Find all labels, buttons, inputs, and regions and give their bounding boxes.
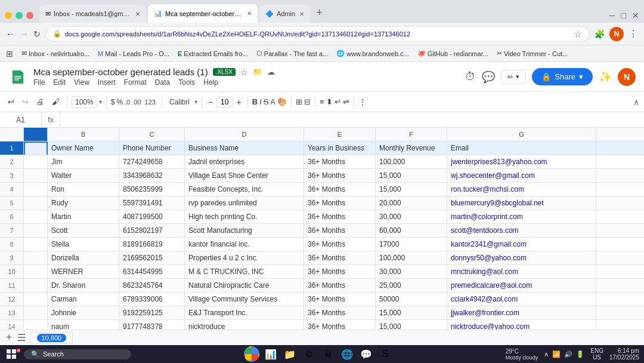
cell-b[interactable]: Scott xyxy=(48,224,119,237)
table-row[interactable]: 5 Rudy 5597391491 rvp paredes unlimited … xyxy=(0,196,644,210)
taskbar-files[interactable]: 📁 xyxy=(282,346,298,362)
header-f[interactable]: Monthly Revenue xyxy=(376,141,447,155)
cell-d[interactable]: High tech printing Co. xyxy=(185,210,304,223)
merge-btn[interactable]: ⊟ xyxy=(304,97,311,106)
table-row[interactable]: 2 Jim 7274249658 Jadnil enterprises 36+ … xyxy=(0,155,644,169)
bookmark-apps[interactable]: ⊞ xyxy=(6,49,13,59)
header-e[interactable]: Years in Business xyxy=(304,141,376,155)
valign-btn[interactable]: ⬍ xyxy=(326,97,333,106)
col-header-f[interactable]: F xyxy=(376,128,447,141)
menu-help[interactable]: Help xyxy=(203,78,218,87)
bookmark-gmail[interactable]: ✉ Inbox - neilvirtualro... xyxy=(21,50,89,57)
menu-file[interactable]: File xyxy=(33,78,45,87)
new-tab-btn[interactable]: + xyxy=(311,7,327,23)
taskbar-sheets-app[interactable]: 📊 xyxy=(263,346,278,362)
cell-d[interactable]: Feasible Concepts, Inc. xyxy=(185,183,304,196)
table-row[interactable]: 6 Martin 4087199500 High tech printing C… xyxy=(0,210,644,224)
cell-c[interactable]: 6314454995 xyxy=(119,265,185,278)
strikethrough-btn[interactable]: S xyxy=(264,97,269,106)
cell-f[interactable]: 50000 xyxy=(376,293,447,306)
bookmark-video[interactable]: ✂ Video Trimmer - Cut... xyxy=(497,50,568,57)
magic-icon[interactable]: ✨ xyxy=(599,70,612,84)
bookmark-extracted[interactable]: E Extracted Emails fro... xyxy=(178,50,248,57)
cell-b[interactable]: Carman xyxy=(48,293,119,306)
cell-g[interactable]: jjwalker@frontier.com xyxy=(447,306,596,319)
minimize-btn[interactable] xyxy=(5,12,12,19)
cell-b[interactable]: Donzella xyxy=(48,251,119,264)
cell-b[interactable]: WERNER xyxy=(48,265,119,278)
admin-tab-close[interactable]: ✕ xyxy=(299,11,304,17)
undo-btn[interactable]: ↩ xyxy=(5,96,17,108)
cell-d[interactable]: Jadnil enterprises xyxy=(185,155,304,168)
table-row[interactable]: 4 Ron 8506235999 Feasible Concepts, Inc.… xyxy=(0,183,644,196)
cell-e[interactable]: 36+ Months xyxy=(304,196,376,210)
cell-c[interactable]: 5597391491 xyxy=(119,196,185,210)
header-b[interactable]: Owner Name xyxy=(48,141,119,155)
cell-b[interactable]: Dr. Sharon xyxy=(48,279,119,292)
menu-data[interactable]: Data xyxy=(155,78,170,87)
share-button[interactable]: 🔒 Share ▾ xyxy=(532,68,593,85)
row-1-num[interactable]: 1 xyxy=(0,141,24,155)
cell-a[interactable] xyxy=(24,306,48,319)
cell-e[interactable]: 36+ Months xyxy=(304,251,376,264)
refresh-btn[interactable]: ↻ xyxy=(33,29,41,39)
table-row[interactable]: 7 Scott 6152802197 Scott Manufacturing 3… xyxy=(0,224,644,238)
cell-c[interactable]: 9192259125 xyxy=(119,306,185,319)
text-color-btn[interactable]: A xyxy=(270,97,275,106)
maximize-window-btn[interactable]: □ xyxy=(621,11,626,20)
cell-d[interactable]: rvp paredes unlimited xyxy=(185,196,304,210)
maximize-btn[interactable] xyxy=(16,12,23,19)
cell-g[interactable]: mnctruking@aol.com xyxy=(447,265,596,278)
cell-f[interactable]: 100,000 xyxy=(376,251,447,264)
comment-icon[interactable]: 💬 xyxy=(482,70,495,84)
table-row[interactable]: 9 Donzella 2169562015 Properties 4 u 2 c… xyxy=(0,251,644,265)
borders-btn[interactable]: ⊞ xyxy=(296,97,302,106)
cell-f[interactable]: 15,000 xyxy=(376,183,447,196)
minimize-window-btn[interactable]: ─ xyxy=(609,11,615,20)
gmail-tab-close[interactable]: ✕ xyxy=(135,11,140,17)
cell-c[interactable]: 2169562015 xyxy=(119,251,185,264)
col-header-b[interactable]: B xyxy=(48,128,119,141)
mode-selector[interactable]: ✏ ▾ xyxy=(501,70,526,84)
bookmark-mail[interactable]: M Mail - Leads Pro - O... xyxy=(98,50,169,57)
address-bar[interactable]: 🔒 docs.google.com/spreadsheets/d/1arR6bN… xyxy=(45,26,590,42)
table-row[interactable]: 8 Stella 8189166819 kantor financial inc… xyxy=(0,238,644,251)
menu-view[interactable]: View xyxy=(74,78,89,87)
cell-f[interactable]: 100,000 xyxy=(376,155,447,168)
sheets-tab-close[interactable]: ✕ xyxy=(247,10,252,17)
cell-a[interactable] xyxy=(24,238,48,251)
history-icon[interactable]: ⏱ xyxy=(465,70,476,83)
close-window-btn[interactable]: ✕ xyxy=(632,11,639,20)
col-header-a[interactable] xyxy=(24,128,48,141)
cell-reference[interactable]: A1 xyxy=(0,112,42,127)
table-row[interactable]: 10 WERNER 6314454995 M & C TRUCKING, INC… xyxy=(0,265,644,279)
folder-icon[interactable]: 📁 xyxy=(253,67,262,76)
cell-b[interactable]: Jim xyxy=(48,155,119,168)
user-avatar[interactable]: N xyxy=(618,68,636,86)
cell-f[interactable]: 30,000 xyxy=(376,210,447,223)
tray-network[interactable]: 📶 xyxy=(552,350,561,358)
cell-e[interactable]: 36+ Months xyxy=(304,224,376,237)
cell-c[interactable]: 8189166819 xyxy=(119,238,185,251)
tray-arrow[interactable]: ∧ xyxy=(544,350,549,358)
collapse-toolbar-btn[interactable]: ∧ xyxy=(633,97,639,107)
italic-btn[interactable]: I xyxy=(259,97,262,106)
cell-d[interactable]: Village East Shoe Center xyxy=(185,169,304,182)
cell-c[interactable]: 6789339006 xyxy=(119,293,185,306)
cell-d[interactable]: kantor financial inc. xyxy=(185,238,304,251)
taskbar-whatsapp[interactable]: 💬 xyxy=(358,346,374,362)
header-c[interactable]: Phone Number xyxy=(119,141,185,155)
zoom-level[interactable]: 100% xyxy=(72,96,97,108)
cell-g[interactable]: cclark4942@aol.com xyxy=(447,293,596,306)
forward-btn[interactable]: → xyxy=(20,29,29,39)
cell-a[interactable] xyxy=(24,210,48,223)
decimal2-btn[interactable]: .00 xyxy=(132,99,141,106)
taskbar-skype[interactable]: S xyxy=(377,346,393,362)
sheet-menu-btn[interactable]: ☰ xyxy=(17,332,26,343)
more-btn[interactable]: ⋮ xyxy=(358,97,367,107)
wrap-btn[interactable]: ↵ xyxy=(335,97,341,106)
taskbar-settings[interactable]: ⚙ xyxy=(301,346,317,362)
formula-input[interactable] xyxy=(60,112,644,127)
cell-g[interactable]: jwenterprises813@yahoo.com xyxy=(447,155,596,168)
cell-f[interactable]: 30,000 xyxy=(376,265,447,278)
